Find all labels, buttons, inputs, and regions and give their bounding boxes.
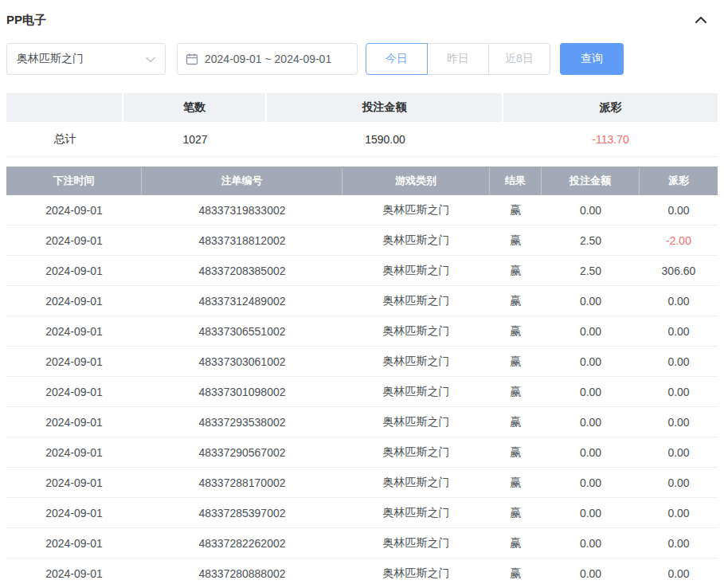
summary-header-row: 笔数 投注金额 派彩 [6,93,718,122]
cell-order-id: 48337282262002 [142,528,342,558]
game-select[interactable]: 奥林匹斯之门 [6,43,166,75]
cell-payout: 0.00 [640,195,718,225]
cell-payout: 0.00 [640,407,718,437]
filter-bar: 奥林匹斯之门 2024-09-01 ~ 2024-09-01 今日 昨日 近8日… [6,43,718,75]
cell-game-type: 奥林匹斯之门 [342,528,490,558]
chevron-up-icon [695,13,707,27]
cell-bet-time: 2024-09-01 [6,195,142,225]
cell-bet-amount: 0.00 [542,347,640,376]
col-header-bet-time: 下注时间 [6,167,142,195]
cell-game-type: 奥林匹斯之门 [342,407,490,437]
table-row: 2024-09-0148337312489002奥林匹斯之门赢0.000.00 [6,286,718,316]
table-row: 2024-09-0148337306551002奥林匹斯之门赢0.000.00 [6,316,718,347]
cell-bet-time: 2024-09-01 [6,437,142,467]
cell-bet-time: 2024-09-01 [6,377,142,406]
cell-result: 赢 [490,225,542,255]
cell-result: 赢 [490,256,542,285]
calendar-icon [186,53,198,65]
summary-bet-amount: 1590.00 [267,122,503,156]
col-header-payout: 派彩 [640,167,718,195]
query-button[interactable]: 查询 [560,43,624,75]
summary-payout: -113.70 [503,122,718,156]
cell-bet-amount: 0.00 [542,195,640,225]
cell-bet-amount: 0.00 [542,437,640,467]
cell-bet-amount: 0.00 [542,316,640,346]
table-row: 2024-09-0148337303061002奥林匹斯之门赢0.000.00 [6,347,718,377]
table-row: 2024-09-0148337280888002奥林匹斯之门赢0.000.00 [6,559,718,588]
cell-result: 赢 [490,559,542,588]
cell-bet-time: 2024-09-01 [6,225,142,255]
cell-game-type: 奥林匹斯之门 [342,256,490,285]
summary-count: 1027 [123,122,267,156]
cell-order-id: 48337285397002 [142,498,342,527]
date-range-picker[interactable]: 2024-09-01 ~ 2024-09-01 [177,43,358,75]
cell-payout: 0.00 [640,559,718,588]
cell-bet-time: 2024-09-01 [6,347,142,376]
table-row: 2024-09-0148337288170002奥林匹斯之门赢0.000.00 [6,468,718,498]
summary-total-label: 总计 [6,122,123,156]
cell-payout: 0.00 [640,347,718,376]
cell-bet-time: 2024-09-01 [6,498,142,527]
table-row: 2024-09-0148337318812002奥林匹斯之门赢2.50-2.00 [6,225,718,256]
summary-header-count: 笔数 [123,93,267,122]
cell-bet-time: 2024-09-01 [6,468,142,497]
cell-bet-time: 2024-09-01 [6,559,142,588]
col-header-result: 结果 [490,167,542,195]
cell-payout: 0.00 [640,377,718,406]
cell-game-type: 奥林匹斯之门 [342,286,490,316]
bet-table-body: 2024-09-0148337319833002奥林匹斯之门赢0.000.002… [6,195,718,588]
cell-game-type: 奥林匹斯之门 [342,225,490,255]
collapse-button[interactable] [692,11,710,29]
cell-payout: 0.00 [640,316,718,346]
cell-order-id: 48337280888002 [142,559,342,588]
cell-payout: 0.00 [640,437,718,467]
cell-game-type: 奥林匹斯之门 [342,347,490,376]
cell-result: 赢 [490,377,542,406]
cell-result: 赢 [490,286,542,316]
table-row: 2024-09-0148337285397002奥林匹斯之门赢0.000.00 [6,498,718,528]
table-row: 2024-09-0148337208385002奥林匹斯之门赢2.50306.6… [6,256,718,286]
last-8-days-button[interactable]: 近8日 [488,43,550,75]
today-button[interactable]: 今日 [366,43,428,75]
cell-bet-amount: 0.00 [542,286,640,316]
table-row: 2024-09-0148337319833002奥林匹斯之门赢0.000.00 [6,195,718,225]
summary-total-row: 总计 1027 1590.00 -113.70 [6,122,718,157]
table-row: 2024-09-0148337301098002奥林匹斯之门赢0.000.00 [6,377,718,407]
cell-order-id: 48337312489002 [142,286,342,316]
cell-payout: 0.00 [640,286,718,316]
cell-bet-amount: 2.50 [542,256,640,285]
cell-game-type: 奥林匹斯之门 [342,316,490,346]
bet-table: 下注时间 注单编号 游戏类别 结果 投注金额 派彩 2024-09-014833… [6,167,718,588]
panel-header: PP电子 [6,11,718,29]
cell-bet-time: 2024-09-01 [6,316,142,346]
cell-bet-amount: 0.00 [542,377,640,406]
pp-electronic-panel: PP电子 奥林匹斯之门 2024-09-01 ~ 2024- [0,0,724,588]
cell-bet-amount: 0.00 [542,528,640,558]
cell-order-id: 48337290567002 [142,437,342,467]
cell-bet-time: 2024-09-01 [6,286,142,316]
summary-table: 笔数 投注金额 派彩 总计 1027 1590.00 -113.70 [6,93,718,157]
cell-result: 赢 [490,195,542,225]
cell-order-id: 48337293538002 [142,407,342,437]
cell-game-type: 奥林匹斯之门 [342,468,490,497]
table-row: 2024-09-0148337293538002奥林匹斯之门赢0.000.00 [6,407,718,437]
date-range-value: 2024-09-01 ~ 2024-09-01 [205,53,331,65]
col-header-bet-amount: 投注金额 [542,167,640,195]
game-select-value: 奥林匹斯之门 [17,52,84,66]
cell-bet-amount: 0.00 [542,468,640,497]
cell-result: 赢 [490,316,542,346]
summary-header-blank [6,93,123,122]
cell-result: 赢 [490,498,542,527]
cell-game-type: 奥林匹斯之门 [342,437,490,467]
panel-title: PP电子 [6,13,46,28]
summary-header-payout: 派彩 [503,93,718,122]
summary-header-bet-amount: 投注金额 [267,93,503,122]
col-header-order-id: 注单编号 [142,167,342,195]
cell-game-type: 奥林匹斯之门 [342,377,490,406]
cell-payout: 0.00 [640,468,718,497]
cell-result: 赢 [490,407,542,437]
yesterday-button[interactable]: 昨日 [427,43,489,75]
cell-game-type: 奥林匹斯之门 [342,559,490,588]
cell-payout: 0.00 [640,528,718,558]
cell-bet-time: 2024-09-01 [6,407,142,437]
